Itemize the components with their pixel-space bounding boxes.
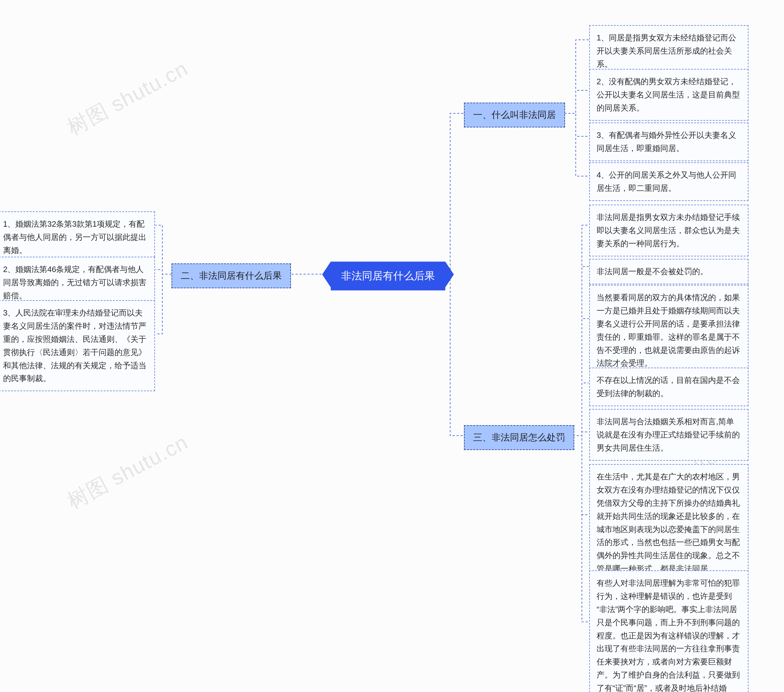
leaf-node: 2、没有配偶的男女双方未经结婚登记，公开以夫妻名义同居生活，这是目前典型的同居关… [589, 69, 748, 121]
branch3-item-2: 当然要看同居的双方的具体情况的，如果一方是已婚并且处于婚姻存续期间而以夫妻名义进… [596, 293, 740, 367]
branch1-title: 一、什么叫非法同居 [473, 110, 556, 120]
branch3-item-3: 不存在以上情况的话，目前在国内是不会受到法律的制裁的。 [596, 376, 740, 398]
leaf-node: 非法同居是指男女双方未办结婚登记手续即以夫妻名义同居生活，群众也认为是夫妻关系的… [589, 204, 748, 256]
branch3-title: 三、非法同居怎么处罚 [473, 432, 565, 442]
branch2-title: 二、非法同居有什么后果 [181, 270, 282, 281]
root-title: 非法同居有什么后果 [341, 270, 435, 282]
branch3-item-4: 非法同居与合法婚姻关系相对而言,简单说就是在没有办理正式结婚登记手续前的男女共同… [596, 417, 740, 453]
branch1-item-0: 1、同居是指男女双方未经结婚登记而公开以夫妻关系同居生活所形成的社会关系。 [596, 33, 736, 69]
branch3-item-5: 在生活中，尤其是在广大的农村地区，男女双方在没有办理结婚登记的情况下仅仅凭借双方… [596, 472, 740, 573]
leaf-node: 4、公开的同居关系之外又与他人公开同居生活，即二重同居。 [589, 162, 748, 201]
leaf-node: 3、人民法院在审理未办结婚登记而以夫妻名义同居生活的案件时，对违法情节严重的，应… [0, 300, 155, 391]
leaf-node: 在生活中，尤其是在广大的农村地区，男女双方在没有办理结婚登记的情况下仅仅凭借双方… [589, 464, 748, 582]
branch1-item-1: 2、没有配偶的男女双方未经结婚登记，公开以夫妻名义同居生活，这是目前典型的同居关… [596, 77, 740, 112]
branch1-item-3: 4、公开的同居关系之外又与他人公开同居生活，即二重同居。 [596, 170, 736, 193]
branch-node-1: 一、什么叫非法同居 [464, 103, 565, 127]
watermark: 树图 shutu.cn [63, 428, 193, 515]
branch-node-2: 二、非法同居有什么后果 [171, 264, 291, 288]
leaf-node: 1、婚姻法第32条第3款第1项规定，有配偶者与他人同居的，另一方可以据此提出离婚… [0, 211, 155, 263]
leaf-node: 当然要看同居的双方的具体情况的，如果一方是已婚并且处于婚姻存续期间而以夫妻名义进… [589, 285, 748, 376]
branch2-item-0: 1、婚姻法第32条第3款第1项规定，有配偶者与他人同居的，另一方可以据此提出离婚… [3, 219, 147, 255]
leaf-node: 非法同居一般是不会被处罚的。 [589, 259, 748, 284]
branch1-item-2: 3、有配偶者与婚外异性公开以夫妻名义同居生活，即重婚同居。 [596, 130, 736, 153]
branch3-item-6: 有些人对非法同居理解为非常可怕的犯罪行为，这种理解是错误的，也许是受到“非法”两… [596, 578, 740, 692]
leaf-node: 3、有配偶者与婚外异性公开以夫妻名义同居生活，即重婚同居。 [589, 122, 748, 161]
branch2-item-2: 3、人民法院在审理未办结婚登记而以夫妻名义同居生活的案件时，对违法情节严重的，应… [3, 308, 147, 383]
branch3-item-1: 非法同居一般是不会被处罚的。 [596, 267, 708, 276]
branch2-item-1: 2、婚姻法第46条规定，有配偶者与他人同居导致离婚的，无过错方可以请求损害赔偿。 [3, 265, 147, 300]
branch-node-3: 三、非法同居怎么处罚 [464, 425, 574, 450]
leaf-node: 有些人对非法同居理解为非常可怕的犯罪行为，这种理解是错误的，也许是受到“非法”两… [589, 570, 748, 692]
leaf-node: 不存在以上情况的话，目前在国内是不会受到法律的制裁的。 [589, 367, 748, 406]
root-node: 非法同居有什么后果 [331, 262, 445, 290]
branch3-item-0: 非法同居是指男女双方未办结婚登记手续即以夫妻名义同居生活，群众也认为是夫妻关系的… [596, 213, 740, 248]
watermark: 树图 shutu.cn [63, 54, 193, 142]
leaf-node: 非法同居与合法婚姻关系相对而言,简单说就是在没有办理正式结婚登记手续前的男女共同… [589, 409, 748, 461]
